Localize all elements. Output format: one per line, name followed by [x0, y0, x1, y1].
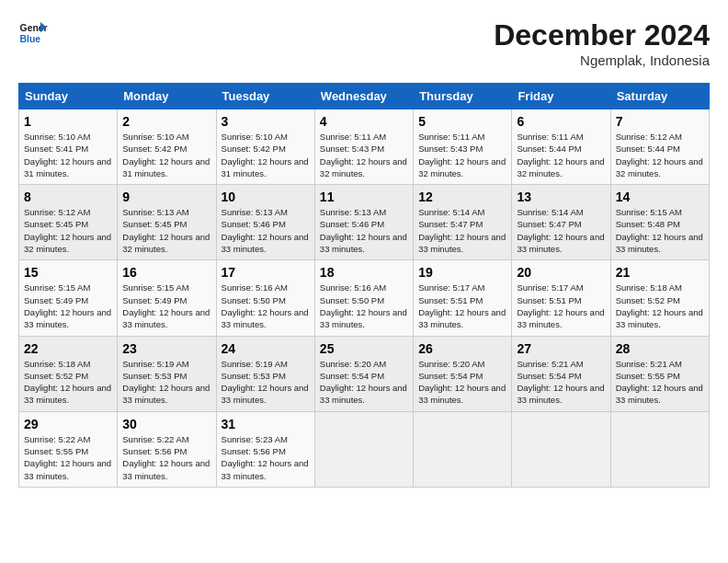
day-number: 25 — [320, 341, 408, 356]
logo: General Blue — [18, 18, 48, 48]
day-detail: Sunrise: 5:11 AM Sunset: 5:43 PM Dayligh… — [320, 132, 407, 178]
table-row: 3Sunrise: 5:10 AM Sunset: 5:42 PM Daylig… — [216, 109, 314, 185]
table-row: 23Sunrise: 5:19 AM Sunset: 5:53 PM Dayli… — [118, 336, 216, 411]
table-row: 21Sunrise: 5:18 AM Sunset: 5:52 PM Dayli… — [610, 260, 709, 336]
day-number: 15 — [24, 265, 112, 280]
day-number: 10 — [222, 190, 310, 204]
day-detail: Sunrise: 5:12 AM Sunset: 5:44 PM Dayligh… — [616, 132, 703, 178]
day-detail: Sunrise: 5:21 AM Sunset: 5:54 PM Dayligh… — [517, 359, 604, 406]
day-number: 9 — [122, 190, 210, 204]
table-row: 7Sunrise: 5:12 AM Sunset: 5:44 PM Daylig… — [610, 109, 709, 185]
table-row: 30Sunrise: 5:22 AM Sunset: 5:56 PM Dayli… — [118, 411, 216, 487]
day-number: 14 — [616, 190, 704, 204]
calendar-table: Sunday Monday Tuesday Wednesday Thursday… — [18, 83, 710, 488]
day-number: 27 — [517, 341, 605, 356]
table-row: 22Sunrise: 5:18 AM Sunset: 5:52 PM Dayli… — [19, 336, 118, 411]
table-row — [610, 411, 709, 487]
calendar-week-row: 8Sunrise: 5:12 AM Sunset: 5:45 PM Daylig… — [19, 185, 710, 260]
table-row: 25Sunrise: 5:20 AM Sunset: 5:54 PM Dayli… — [314, 336, 413, 411]
day-number: 24 — [222, 341, 310, 356]
page-header: General Blue December 2024 Ngemplak, Ind… — [18, 18, 710, 68]
col-wednesday: Wednesday — [314, 84, 413, 109]
col-thursday: Thursday — [414, 84, 512, 109]
day-detail: Sunrise: 5:10 AM Sunset: 5:42 PM Dayligh… — [222, 132, 309, 178]
day-detail: Sunrise: 5:15 AM Sunset: 5:49 PM Dayligh… — [122, 282, 210, 329]
col-saturday: Saturday — [610, 84, 709, 109]
table-row: 9Sunrise: 5:13 AM Sunset: 5:45 PM Daylig… — [118, 185, 216, 260]
day-detail: Sunrise: 5:17 AM Sunset: 5:51 PM Dayligh… — [418, 282, 506, 329]
day-number: 30 — [122, 417, 210, 431]
table-row — [512, 411, 610, 487]
day-detail: Sunrise: 5:22 AM Sunset: 5:56 PM Dayligh… — [122, 434, 210, 481]
table-row: 1Sunrise: 5:10 AM Sunset: 5:41 PM Daylig… — [19, 109, 118, 185]
day-number: 12 — [418, 190, 506, 204]
calendar-body: 1Sunrise: 5:10 AM Sunset: 5:41 PM Daylig… — [19, 109, 710, 488]
day-number: 21 — [616, 265, 704, 280]
table-row — [314, 411, 413, 487]
calendar-week-row: 29Sunrise: 5:22 AM Sunset: 5:55 PM Dayli… — [19, 411, 710, 487]
day-number: 3 — [222, 114, 310, 129]
day-detail: Sunrise: 5:16 AM Sunset: 5:50 PM Dayligh… — [222, 282, 309, 329]
day-detail: Sunrise: 5:15 AM Sunset: 5:49 PM Dayligh… — [24, 282, 111, 329]
svg-text:Blue: Blue — [20, 34, 41, 44]
day-number: 20 — [517, 265, 605, 280]
col-monday: Monday — [118, 84, 216, 109]
table-row: 20Sunrise: 5:17 AM Sunset: 5:51 PM Dayli… — [512, 260, 610, 336]
day-detail: Sunrise: 5:20 AM Sunset: 5:54 PM Dayligh… — [320, 359, 407, 406]
day-number: 26 — [418, 341, 506, 356]
day-number: 31 — [222, 417, 310, 431]
day-number: 23 — [122, 341, 210, 356]
page-subtitle: Ngemplak, Indonesia — [494, 52, 710, 68]
day-number: 29 — [24, 417, 112, 431]
col-tuesday: Tuesday — [216, 84, 314, 109]
day-detail: Sunrise: 5:17 AM Sunset: 5:51 PM Dayligh… — [517, 282, 604, 329]
day-number: 17 — [222, 265, 310, 280]
table-row: 24Sunrise: 5:19 AM Sunset: 5:53 PM Dayli… — [216, 336, 314, 411]
day-detail: Sunrise: 5:14 AM Sunset: 5:47 PM Dayligh… — [418, 207, 506, 254]
day-detail: Sunrise: 5:11 AM Sunset: 5:44 PM Dayligh… — [517, 132, 604, 178]
day-detail: Sunrise: 5:11 AM Sunset: 5:43 PM Dayligh… — [418, 132, 506, 178]
table-row: 27Sunrise: 5:21 AM Sunset: 5:54 PM Dayli… — [512, 336, 610, 411]
table-row: 31Sunrise: 5:23 AM Sunset: 5:56 PM Dayli… — [216, 411, 314, 487]
day-detail: Sunrise: 5:20 AM Sunset: 5:54 PM Dayligh… — [418, 359, 506, 406]
day-detail: Sunrise: 5:10 AM Sunset: 5:41 PM Dayligh… — [24, 132, 111, 178]
day-detail: Sunrise: 5:15 AM Sunset: 5:48 PM Dayligh… — [616, 207, 703, 254]
table-row: 14Sunrise: 5:15 AM Sunset: 5:48 PM Dayli… — [610, 185, 709, 260]
day-detail: Sunrise: 5:18 AM Sunset: 5:52 PM Dayligh… — [24, 359, 111, 406]
table-row: 2Sunrise: 5:10 AM Sunset: 5:42 PM Daylig… — [118, 109, 216, 185]
table-row: 6Sunrise: 5:11 AM Sunset: 5:44 PM Daylig… — [512, 109, 610, 185]
day-detail: Sunrise: 5:13 AM Sunset: 5:46 PM Dayligh… — [222, 207, 309, 254]
table-row: 18Sunrise: 5:16 AM Sunset: 5:50 PM Dayli… — [314, 260, 413, 336]
table-row: 8Sunrise: 5:12 AM Sunset: 5:45 PM Daylig… — [19, 185, 118, 260]
day-detail: Sunrise: 5:23 AM Sunset: 5:56 PM Dayligh… — [222, 434, 309, 481]
day-detail: Sunrise: 5:10 AM Sunset: 5:42 PM Dayligh… — [122, 132, 210, 178]
day-number: 18 — [320, 265, 408, 280]
table-row: 13Sunrise: 5:14 AM Sunset: 5:47 PM Dayli… — [512, 185, 610, 260]
table-row: 15Sunrise: 5:15 AM Sunset: 5:49 PM Dayli… — [19, 260, 118, 336]
calendar-week-row: 22Sunrise: 5:18 AM Sunset: 5:52 PM Dayli… — [19, 336, 710, 411]
table-row: 29Sunrise: 5:22 AM Sunset: 5:55 PM Dayli… — [19, 411, 118, 487]
col-friday: Friday — [512, 84, 610, 109]
day-number: 5 — [418, 114, 506, 129]
table-row: 10Sunrise: 5:13 AM Sunset: 5:46 PM Dayli… — [216, 185, 314, 260]
day-detail: Sunrise: 5:13 AM Sunset: 5:46 PM Dayligh… — [320, 207, 407, 254]
day-number: 22 — [24, 341, 112, 356]
day-number: 1 — [24, 114, 112, 129]
table-row: 17Sunrise: 5:16 AM Sunset: 5:50 PM Dayli… — [216, 260, 314, 336]
day-number: 16 — [122, 265, 210, 280]
logo-icon: General Blue — [18, 18, 48, 48]
day-detail: Sunrise: 5:19 AM Sunset: 5:53 PM Dayligh… — [122, 359, 210, 406]
day-detail: Sunrise: 5:22 AM Sunset: 5:55 PM Dayligh… — [24, 434, 111, 481]
calendar-week-row: 1Sunrise: 5:10 AM Sunset: 5:41 PM Daylig… — [19, 109, 710, 185]
table-row: 11Sunrise: 5:13 AM Sunset: 5:46 PM Dayli… — [314, 185, 413, 260]
calendar-week-row: 15Sunrise: 5:15 AM Sunset: 5:49 PM Dayli… — [19, 260, 710, 336]
day-number: 8 — [24, 190, 112, 204]
day-number: 4 — [320, 114, 408, 129]
day-number: 11 — [320, 190, 408, 204]
table-row: 19Sunrise: 5:17 AM Sunset: 5:51 PM Dayli… — [414, 260, 512, 336]
table-row: 12Sunrise: 5:14 AM Sunset: 5:47 PM Dayli… — [414, 185, 512, 260]
table-row: 5Sunrise: 5:11 AM Sunset: 5:43 PM Daylig… — [414, 109, 512, 185]
table-row — [414, 411, 512, 487]
day-number: 6 — [517, 114, 605, 129]
day-detail: Sunrise: 5:14 AM Sunset: 5:47 PM Dayligh… — [517, 207, 604, 254]
